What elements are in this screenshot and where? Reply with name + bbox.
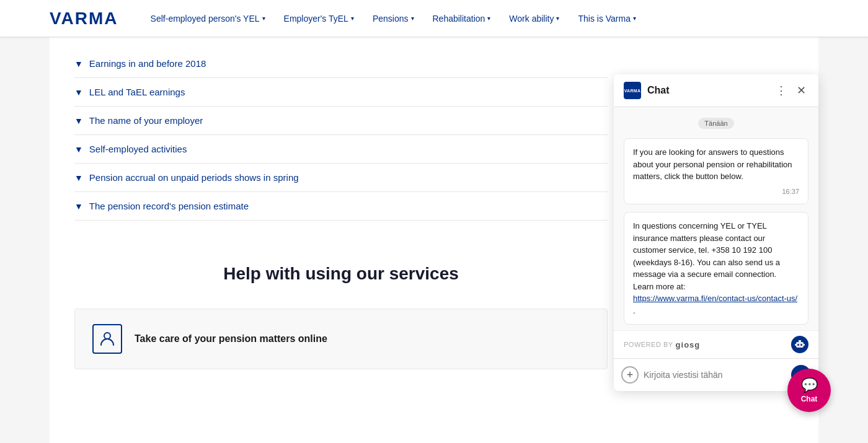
service-card[interactable]: Take care of your pension matters online — [74, 309, 608, 369]
chat-message-2-link[interactable]: https://www.varma.fi/en/contact-us/conta… — [633, 294, 797, 303]
chat-bubble-2: In questions concerning YEL or TYEL insu… — [624, 212, 808, 325]
chat-more-button[interactable]: ⋮ — [773, 82, 789, 99]
svg-rect-5 — [795, 344, 796, 346]
chat-message-input[interactable] — [644, 370, 786, 380]
accordion-label-6: The pension record's pension estimate — [89, 201, 249, 211]
date-label: Tänään — [698, 118, 733, 129]
accordion-item-5[interactable]: ▼ Pension accrual on unpaid periods show… — [74, 164, 608, 192]
accordion-item-2[interactable]: ▼ LEL and TaEL earnings — [74, 78, 608, 107]
powered-by-container: POWERED BY giosg — [624, 340, 700, 349]
person-icon — [92, 324, 122, 354]
chat-messages: Tänään If you are looking for answers to… — [614, 107, 818, 330]
svg-point-2 — [797, 344, 799, 346]
chevron-down-icon: ▾ — [556, 15, 559, 22]
powered-by-label: POWERED BY — [624, 341, 673, 348]
chat-bubble-1: If you are looking for answers to questi… — [624, 138, 808, 204]
help-section: Help with using our services — [74, 245, 608, 309]
nav-item-yel[interactable]: Self-employed person's YEL ▾ — [143, 9, 273, 29]
accordion-item-3[interactable]: ▼ The name of your employer — [74, 107, 608, 135]
collapse-icon: ▼ — [74, 59, 83, 69]
nav-item-work-ability[interactable]: Work ability ▾ — [502, 9, 567, 29]
nav-label-rehabilitation: Rehabilitation — [433, 14, 485, 24]
accordion-label-1: Earnings in and before 2018 — [89, 58, 206, 69]
nav-label-this-is-varma: This is Varma — [578, 14, 631, 24]
varma-logo[interactable]: VARMA — [50, 9, 118, 29]
chat-title: Chat — [647, 85, 767, 96]
svg-point-3 — [800, 344, 802, 346]
chat-close-button[interactable]: ✕ — [794, 82, 808, 99]
navbar: VARMA Self-employed person's YEL ▾ Emplo… — [0, 0, 868, 37]
accordion-label-3: The name of your employer — [89, 115, 203, 126]
accordion-label-2: LEL and TaEL earnings — [89, 87, 185, 97]
chevron-down-icon: ▾ — [262, 15, 265, 22]
chevron-down-icon: ▾ — [633, 15, 636, 22]
collapse-icon: ▼ — [74, 144, 83, 154]
nav-item-pensions[interactable]: Pensions ▾ — [365, 9, 422, 29]
nav-label-yel: Self-employed person's YEL — [151, 14, 260, 24]
svg-rect-6 — [804, 344, 805, 346]
nav-label-work-ability: Work ability — [509, 14, 554, 24]
chat-message-2-after: . — [633, 306, 636, 315]
collapse-icon: ▼ — [74, 116, 83, 126]
giosg-brand: giosg — [676, 340, 701, 349]
collapse-icon: ▼ — [74, 201, 83, 211]
svg-rect-1 — [796, 342, 804, 348]
accordion-item-4[interactable]: ▼ Self-employed activities — [74, 135, 608, 164]
chat-date-badge: Tänään — [624, 117, 808, 128]
floating-chat-button[interactable]: 💬 Chat — [787, 369, 831, 412]
accordion-item-1[interactable]: ▼ Earnings in and before 2018 — [74, 50, 608, 78]
collapse-icon: ▼ — [74, 87, 83, 97]
accordion-label-5: Pension accrual on unpaid periods shows … — [89, 172, 299, 183]
nav-item-rehabilitation[interactable]: Rehabilitation ▾ — [425, 9, 498, 29]
chat-powered-bar: POWERED BY giosg — [614, 330, 818, 358]
floating-chat-label: Chat — [801, 395, 818, 403]
accordion-label-4: Self-employed activities — [89, 144, 187, 154]
chat-message-1-text: If you are looking for answers to questi… — [633, 147, 792, 181]
chevron-down-icon: ▾ — [351, 15, 354, 22]
chevron-down-icon: ▾ — [411, 15, 414, 22]
nav-items: Self-employed person's YEL ▾ Employer's … — [143, 9, 644, 29]
svg-point-0 — [104, 333, 110, 339]
nav-item-tyel[interactable]: Employer's TyEL ▾ — [277, 9, 361, 29]
chat-bubble-icon: 💬 — [801, 377, 818, 393]
nav-label-pensions: Pensions — [373, 14, 409, 24]
chat-bot-icon — [791, 336, 808, 353]
collapse-icon: ▼ — [74, 173, 83, 183]
accordion-list: ▼ Earnings in and before 2018 ▼ LEL and … — [74, 50, 608, 221]
help-title: Help with using our services — [74, 264, 608, 284]
accordion-item-6[interactable]: ▼ The pension record's pension estimate — [74, 192, 608, 221]
chat-varma-logo: VARMA — [624, 82, 641, 99]
chevron-down-icon: ▾ — [487, 15, 490, 22]
chat-header: VARMA Chat ⋮ ✕ — [614, 74, 818, 107]
nav-item-this-is-varma[interactable]: This is Varma ▾ — [570, 9, 644, 29]
nav-label-tyel: Employer's TyEL — [284, 14, 348, 24]
chat-add-button[interactable]: + — [621, 366, 639, 384]
svg-rect-4 — [799, 340, 801, 342]
chat-header-actions: ⋮ ✕ — [773, 82, 808, 99]
chat-timestamp-1: 16:37 — [633, 186, 799, 197]
card-label: Take care of your pension matters online — [135, 333, 327, 344]
chat-widget: VARMA Chat ⋮ ✕ Tänään If you are looking… — [614, 74, 818, 391]
chat-message-2-text: In questions concerning YEL or TYEL insu… — [633, 221, 780, 291]
